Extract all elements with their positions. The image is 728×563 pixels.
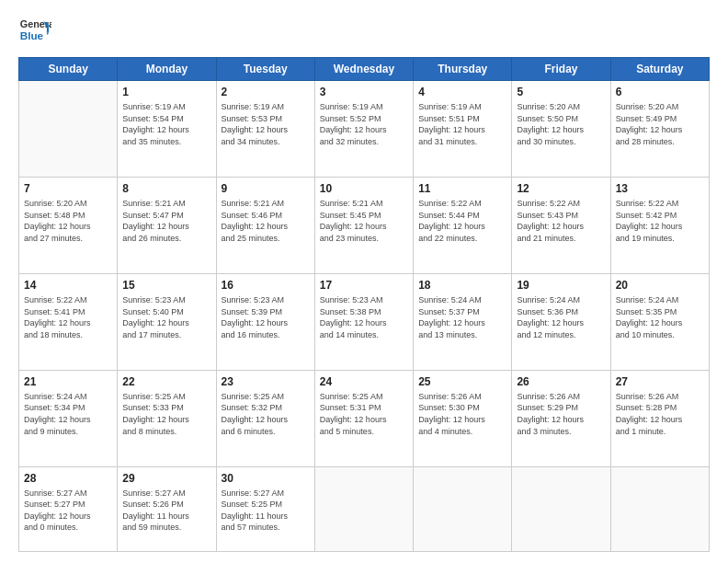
calendar-cell: 15Sunrise: 5:23 AM Sunset: 5:40 PM Dayli… bbox=[118, 273, 216, 370]
day-number: 13 bbox=[616, 181, 704, 196]
svg-text:Blue: Blue bbox=[20, 29, 44, 41]
calendar-cell: 5Sunrise: 5:20 AM Sunset: 5:50 PM Daylig… bbox=[512, 81, 610, 178]
calendar-cell: 17Sunrise: 5:23 AM Sunset: 5:38 PM Dayli… bbox=[314, 273, 413, 370]
calendar-cell: 27Sunrise: 5:26 AM Sunset: 5:28 PM Dayli… bbox=[610, 370, 709, 466]
day-info: Sunrise: 5:21 AM Sunset: 5:45 PM Dayligh… bbox=[320, 198, 408, 244]
calendar-cell bbox=[512, 466, 610, 552]
day-info: Sunrise: 5:20 AM Sunset: 5:49 PM Dayligh… bbox=[616, 101, 704, 147]
calendar-cell: 12Sunrise: 5:22 AM Sunset: 5:43 PM Dayli… bbox=[512, 177, 610, 273]
day-number: 2 bbox=[222, 85, 310, 99]
day-info: Sunrise: 5:19 AM Sunset: 5:51 PM Dayligh… bbox=[418, 101, 506, 147]
weekday-header-monday: Monday bbox=[118, 58, 216, 81]
day-info: Sunrise: 5:19 AM Sunset: 5:54 PM Dayligh… bbox=[122, 101, 210, 147]
calendar-cell: 10Sunrise: 5:21 AM Sunset: 5:45 PM Dayli… bbox=[314, 177, 413, 273]
weekday-header-thursday: Thursday bbox=[414, 58, 512, 81]
calendar-cell: 9Sunrise: 5:21 AM Sunset: 5:46 PM Daylig… bbox=[216, 177, 314, 273]
day-number: 19 bbox=[517, 278, 605, 293]
week-row-3: 14Sunrise: 5:22 AM Sunset: 5:41 PM Dayli… bbox=[19, 273, 710, 370]
day-info: Sunrise: 5:24 AM Sunset: 5:34 PM Dayligh… bbox=[24, 391, 112, 437]
day-number: 11 bbox=[418, 181, 506, 196]
day-info: Sunrise: 5:23 AM Sunset: 5:40 PM Dayligh… bbox=[122, 294, 210, 340]
calendar-cell: 29Sunrise: 5:27 AM Sunset: 5:26 PM Dayli… bbox=[118, 466, 216, 552]
weekday-header-friday: Friday bbox=[512, 58, 610, 81]
calendar-cell: 28Sunrise: 5:27 AM Sunset: 5:27 PM Dayli… bbox=[19, 466, 118, 552]
calendar-cell bbox=[19, 81, 118, 178]
day-info: Sunrise: 5:22 AM Sunset: 5:44 PM Dayligh… bbox=[418, 198, 506, 244]
calendar-cell: 21Sunrise: 5:24 AM Sunset: 5:34 PM Dayli… bbox=[19, 370, 118, 466]
day-number: 12 bbox=[517, 181, 605, 196]
day-info: Sunrise: 5:23 AM Sunset: 5:39 PM Dayligh… bbox=[222, 294, 310, 340]
calendar-cell bbox=[414, 466, 512, 552]
weekday-header-tuesday: Tuesday bbox=[216, 58, 314, 81]
day-info: Sunrise: 5:26 AM Sunset: 5:28 PM Dayligh… bbox=[616, 391, 704, 437]
day-number: 24 bbox=[320, 374, 408, 389]
day-number: 4 bbox=[418, 85, 506, 99]
day-info: Sunrise: 5:27 AM Sunset: 5:26 PM Dayligh… bbox=[122, 488, 210, 534]
calendar-cell: 2Sunrise: 5:19 AM Sunset: 5:53 PM Daylig… bbox=[216, 81, 314, 178]
calendar-cell: 13Sunrise: 5:22 AM Sunset: 5:42 PM Dayli… bbox=[610, 177, 709, 273]
day-number: 21 bbox=[24, 374, 112, 389]
day-number: 29 bbox=[122, 471, 210, 486]
day-number: 16 bbox=[222, 278, 310, 293]
header: General Blue bbox=[18, 15, 710, 48]
calendar-cell: 11Sunrise: 5:22 AM Sunset: 5:44 PM Dayli… bbox=[414, 177, 512, 273]
day-number: 3 bbox=[320, 85, 408, 99]
day-number: 7 bbox=[24, 181, 112, 196]
weekday-header-saturday: Saturday bbox=[610, 58, 709, 81]
calendar-cell: 1Sunrise: 5:19 AM Sunset: 5:54 PM Daylig… bbox=[118, 81, 216, 178]
calendar-cell: 8Sunrise: 5:21 AM Sunset: 5:47 PM Daylig… bbox=[118, 177, 216, 273]
page: General Blue SundayMondayTuesdayWednesda… bbox=[0, 0, 728, 563]
week-row-1: 1Sunrise: 5:19 AM Sunset: 5:54 PM Daylig… bbox=[19, 81, 710, 178]
day-info: Sunrise: 5:20 AM Sunset: 5:48 PM Dayligh… bbox=[24, 198, 112, 244]
day-info: Sunrise: 5:25 AM Sunset: 5:31 PM Dayligh… bbox=[320, 391, 408, 437]
calendar-cell: 19Sunrise: 5:24 AM Sunset: 5:36 PM Dayli… bbox=[512, 273, 610, 370]
day-number: 30 bbox=[222, 471, 310, 486]
calendar-cell bbox=[610, 466, 709, 552]
calendar-cell bbox=[314, 466, 413, 552]
calendar-cell: 20Sunrise: 5:24 AM Sunset: 5:35 PM Dayli… bbox=[610, 273, 709, 370]
day-number: 20 bbox=[616, 278, 704, 293]
day-number: 22 bbox=[122, 374, 210, 389]
day-number: 1 bbox=[122, 85, 210, 99]
day-info: Sunrise: 5:25 AM Sunset: 5:32 PM Dayligh… bbox=[222, 391, 310, 437]
day-info: Sunrise: 5:24 AM Sunset: 5:37 PM Dayligh… bbox=[418, 294, 506, 340]
weekday-header-wednesday: Wednesday bbox=[314, 58, 413, 81]
day-number: 26 bbox=[517, 374, 605, 389]
day-info: Sunrise: 5:23 AM Sunset: 5:38 PM Dayligh… bbox=[320, 294, 408, 340]
day-info: Sunrise: 5:21 AM Sunset: 5:47 PM Dayligh… bbox=[122, 198, 210, 244]
day-info: Sunrise: 5:24 AM Sunset: 5:36 PM Dayligh… bbox=[517, 294, 605, 340]
calendar-cell: 3Sunrise: 5:19 AM Sunset: 5:52 PM Daylig… bbox=[314, 81, 413, 178]
weekday-header-row: SundayMondayTuesdayWednesdayThursdayFrid… bbox=[19, 58, 710, 81]
day-number: 28 bbox=[24, 471, 112, 486]
calendar-cell: 24Sunrise: 5:25 AM Sunset: 5:31 PM Dayli… bbox=[314, 370, 413, 466]
day-number: 10 bbox=[320, 181, 408, 196]
day-number: 27 bbox=[616, 374, 704, 389]
calendar-cell: 18Sunrise: 5:24 AM Sunset: 5:37 PM Dayli… bbox=[414, 273, 512, 370]
day-info: Sunrise: 5:27 AM Sunset: 5:27 PM Dayligh… bbox=[24, 488, 112, 534]
calendar-cell: 30Sunrise: 5:27 AM Sunset: 5:25 PM Dayli… bbox=[216, 466, 314, 552]
calendar-cell: 6Sunrise: 5:20 AM Sunset: 5:49 PM Daylig… bbox=[610, 81, 709, 178]
week-row-4: 21Sunrise: 5:24 AM Sunset: 5:34 PM Dayli… bbox=[19, 370, 710, 466]
calendar-cell: 23Sunrise: 5:25 AM Sunset: 5:32 PM Dayli… bbox=[216, 370, 314, 466]
calendar-cell: 4Sunrise: 5:19 AM Sunset: 5:51 PM Daylig… bbox=[414, 81, 512, 178]
weekday-header-sunday: Sunday bbox=[19, 58, 118, 81]
day-info: Sunrise: 5:20 AM Sunset: 5:50 PM Dayligh… bbox=[517, 101, 605, 147]
calendar-cell: 25Sunrise: 5:26 AM Sunset: 5:30 PM Dayli… bbox=[414, 370, 512, 466]
week-row-2: 7Sunrise: 5:20 AM Sunset: 5:48 PM Daylig… bbox=[19, 177, 710, 273]
day-number: 18 bbox=[418, 278, 506, 293]
day-info: Sunrise: 5:26 AM Sunset: 5:29 PM Dayligh… bbox=[517, 391, 605, 437]
day-info: Sunrise: 5:19 AM Sunset: 5:52 PM Dayligh… bbox=[320, 101, 408, 147]
day-number: 15 bbox=[122, 278, 210, 293]
day-info: Sunrise: 5:22 AM Sunset: 5:43 PM Dayligh… bbox=[517, 198, 605, 244]
day-info: Sunrise: 5:24 AM Sunset: 5:35 PM Dayligh… bbox=[616, 294, 704, 340]
day-info: Sunrise: 5:21 AM Sunset: 5:46 PM Dayligh… bbox=[222, 198, 310, 244]
calendar-cell: 22Sunrise: 5:25 AM Sunset: 5:33 PM Dayli… bbox=[118, 370, 216, 466]
day-number: 25 bbox=[418, 374, 506, 389]
day-number: 5 bbox=[517, 85, 605, 99]
calendar-cell: 7Sunrise: 5:20 AM Sunset: 5:48 PM Daylig… bbox=[19, 177, 118, 273]
calendar-table: SundayMondayTuesdayWednesdayThursdayFrid… bbox=[18, 57, 710, 552]
logo: General Blue bbox=[18, 15, 51, 48]
week-row-5: 28Sunrise: 5:27 AM Sunset: 5:27 PM Dayli… bbox=[19, 466, 710, 552]
day-number: 17 bbox=[320, 278, 408, 293]
day-number: 9 bbox=[222, 181, 310, 196]
